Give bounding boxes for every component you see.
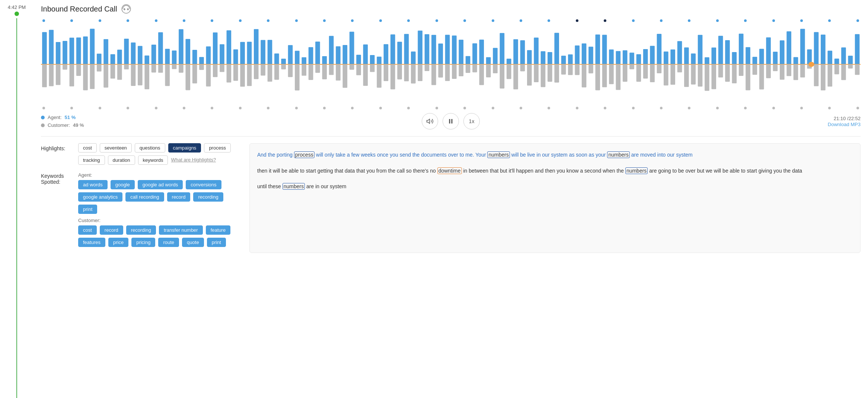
dot [548, 19, 550, 22]
status-dot [15, 12, 19, 16]
what-are-highlights-link[interactable]: What are Highlights? [171, 155, 216, 165]
svg-rect-94 [650, 46, 655, 64]
ckw-record[interactable]: record [100, 225, 123, 235]
svg-rect-130 [70, 64, 74, 86]
kw-print[interactable]: print [78, 205, 97, 214]
svg-rect-63 [438, 44, 443, 64]
dot [323, 19, 326, 22]
svg-rect-71 [493, 48, 498, 64]
dot-gray [183, 107, 185, 109]
volume-button[interactable] [422, 113, 438, 129]
customer-keywords-tags: cost record recording transfer number fe… [78, 225, 242, 247]
svg-rect-65 [452, 36, 457, 64]
bottom-dots-row [41, 107, 861, 109]
svg-rect-146 [179, 64, 184, 73]
dot [127, 19, 129, 22]
transcript-panel: And the porting process will only take a… [249, 143, 861, 253]
dot-gray [211, 107, 213, 109]
svg-rect-227 [732, 64, 737, 83]
ckw-transfer-number[interactable]: transfer number [159, 225, 203, 235]
speed-button[interactable]: 1x [463, 113, 480, 129]
svg-rect-82 [568, 54, 573, 64]
svg-rect-200 [548, 64, 552, 82]
svg-rect-180 [411, 64, 416, 83]
kw-google[interactable]: google [111, 180, 135, 189]
dot-gray [99, 107, 101, 109]
svg-rect-30 [213, 32, 218, 64]
kw-googleanalytics[interactable]: google analytics [78, 192, 122, 202]
kw-callrecording[interactable]: call recording [125, 192, 164, 202]
headset-icon [121, 4, 131, 14]
tag-keywords[interactable]: keywords [138, 155, 168, 165]
dot-gray [772, 107, 775, 109]
tag-process[interactable]: process [204, 143, 231, 153]
dot [435, 19, 438, 22]
transcript-para-1: And the porting process will only take a… [257, 150, 853, 160]
pause-button[interactable] [443, 113, 459, 129]
svg-rect-175 [377, 64, 382, 88]
ckw-features[interactable]: features [78, 238, 105, 247]
customer-label: Customer: [48, 122, 70, 128]
customer-keywords-label: Customer: [78, 218, 242, 223]
svg-rect-76 [527, 50, 532, 64]
playback-controls: 1x [108, 113, 794, 129]
ckw-feature[interactable]: feature [206, 225, 230, 235]
dot [716, 19, 719, 22]
svg-rect-95 [657, 34, 662, 64]
waveform-container[interactable] [41, 23, 861, 105]
svg-rect-223 [705, 64, 709, 91]
ckw-print[interactable]: print [207, 238, 226, 247]
svg-rect-168 [329, 64, 334, 75]
tag-cost[interactable]: cost [78, 143, 97, 153]
kw-record[interactable]: record [167, 192, 191, 202]
svg-rect-155 [240, 64, 245, 87]
svg-rect-89 [616, 51, 621, 64]
svg-rect-189 [472, 64, 477, 72]
svg-rect-96 [664, 52, 668, 64]
dot-gray [492, 107, 494, 109]
svg-rect-182 [425, 64, 430, 71]
dot [99, 19, 101, 22]
volume-icon [426, 118, 434, 125]
ckw-price[interactable]: price [108, 238, 128, 247]
svg-rect-101 [698, 35, 703, 64]
svg-rect-192 [493, 64, 498, 73]
tag-campaigns[interactable]: campaigns [168, 143, 201, 153]
kw-conversions[interactable]: conversions [186, 180, 221, 189]
dot-gray [576, 107, 578, 109]
ckw-cost[interactable]: cost [78, 225, 97, 235]
kw-googleadwords[interactable]: google ad words [138, 180, 183, 189]
svg-rect-120 [827, 51, 832, 64]
svg-point-4 [127, 9, 129, 10]
bottom-section: Highlights: cost seventeen questions cam… [41, 143, 861, 253]
dot [828, 19, 831, 22]
dot [463, 19, 466, 22]
svg-rect-48 [336, 46, 341, 64]
svg-rect-127 [49, 64, 54, 86]
svg-rect-204 [575, 64, 580, 75]
tag-seventeen[interactable]: seventeen [100, 143, 132, 153]
ckw-recording[interactable]: recording [126, 225, 156, 235]
tag-tracking[interactable]: tracking [78, 155, 105, 165]
svg-rect-17 [124, 39, 129, 64]
ckw-quote[interactable]: quote [182, 238, 204, 247]
dot-gray [716, 107, 719, 109]
svg-rect-37 [261, 40, 265, 64]
ckw-route[interactable]: route [158, 238, 179, 247]
svg-rect-55 [384, 44, 389, 64]
tag-questions[interactable]: questions [135, 143, 165, 153]
dot [155, 19, 157, 22]
ckw-pricing[interactable]: pricing [131, 238, 155, 247]
svg-rect-36 [254, 29, 259, 64]
dot [211, 19, 213, 22]
svg-rect-59 [411, 52, 416, 64]
svg-rect-29 [206, 46, 211, 64]
kw-adwords[interactable]: ad words [78, 180, 108, 189]
dot-gray [435, 107, 438, 109]
tag-duration[interactable]: duration [108, 155, 135, 165]
download-mp3-link[interactable]: Download MP3 [828, 122, 861, 127]
kw-recording[interactable]: recording [193, 192, 223, 202]
svg-rect-40 [281, 59, 286, 64]
waveform-svg [41, 23, 861, 105]
svg-rect-45 [315, 42, 320, 64]
